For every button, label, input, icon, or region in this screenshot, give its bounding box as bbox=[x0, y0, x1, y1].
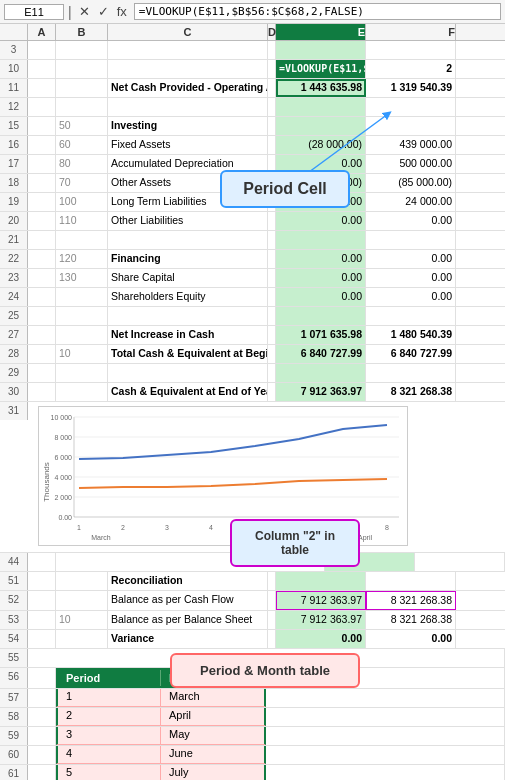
cell-b11[interactable] bbox=[56, 79, 108, 97]
cell-e20[interactable]: 0.00 bbox=[276, 212, 366, 230]
cell-a17[interactable] bbox=[28, 155, 56, 173]
row-number: 23 bbox=[0, 269, 28, 287]
cell-a11[interactable] bbox=[28, 79, 56, 97]
cell-c27[interactable]: Net Increase in Cash bbox=[108, 326, 268, 344]
cell-a12[interactable] bbox=[28, 98, 56, 116]
cell-e30[interactable]: 7 912 363.97 bbox=[276, 383, 366, 401]
cell-c30[interactable]: Cash & Equivalent at End of Year bbox=[108, 383, 268, 401]
cell-b3[interactable] bbox=[56, 41, 108, 59]
cancel-button[interactable]: ✕ bbox=[76, 4, 93, 19]
cell-c3[interactable] bbox=[108, 41, 268, 59]
row-number: 31 bbox=[0, 402, 28, 420]
cell-c24[interactable]: Shareholders Equity bbox=[108, 288, 268, 306]
cell-b10[interactable] bbox=[56, 60, 108, 78]
cell-d20[interactable] bbox=[268, 212, 276, 230]
name-box[interactable]: E11 bbox=[4, 4, 64, 20]
cell-f22[interactable]: 0.00 bbox=[366, 250, 456, 268]
cell-f23[interactable]: 0.00 bbox=[366, 269, 456, 287]
cell-d12[interactable] bbox=[268, 98, 276, 116]
cell-a19[interactable] bbox=[28, 193, 56, 211]
cell-a3[interactable] bbox=[28, 41, 56, 59]
cell-f10[interactable]: 2 bbox=[366, 60, 456, 78]
svg-text:2: 2 bbox=[121, 524, 125, 531]
cell-a10[interactable] bbox=[28, 60, 56, 78]
cell-c20[interactable]: Other Liabilities bbox=[108, 212, 268, 230]
recon-variance-f[interactable]: 0.00 bbox=[366, 630, 456, 648]
recon-variance-label[interactable]: Variance bbox=[108, 630, 268, 648]
cell-f3[interactable] bbox=[366, 41, 456, 59]
cell-e28[interactable]: 6 840 727.99 bbox=[276, 345, 366, 363]
cell-d15[interactable] bbox=[268, 117, 276, 135]
cell-e23[interactable]: 0.00 bbox=[276, 269, 366, 287]
cell-f18[interactable]: (85 000.00) bbox=[366, 174, 456, 192]
cell-c12[interactable] bbox=[108, 98, 268, 116]
cell-c10[interactable] bbox=[108, 60, 268, 78]
cell-c16[interactable]: Fixed Assets bbox=[108, 136, 268, 154]
table-row: 61 5 July bbox=[0, 765, 505, 780]
cell-e27[interactable]: 1 071 635.98 bbox=[276, 326, 366, 344]
cell-f11[interactable]: 1 319 540.39 bbox=[366, 79, 456, 97]
reconciliation-title[interactable]: Reconciliation bbox=[108, 572, 268, 590]
cell-a20[interactable] bbox=[28, 212, 56, 230]
cell-b15[interactable]: 50 bbox=[56, 117, 108, 135]
fx-button[interactable]: fx bbox=[114, 4, 130, 19]
cell-b12[interactable] bbox=[56, 98, 108, 116]
cell-d16[interactable] bbox=[268, 136, 276, 154]
recon-variance-e[interactable]: 0.00 bbox=[276, 630, 366, 648]
cell-b17[interactable]: 80 bbox=[56, 155, 108, 173]
cell-e22[interactable]: 0.00 bbox=[276, 250, 366, 268]
cell-b16[interactable]: 60 bbox=[56, 136, 108, 154]
cell-a18[interactable] bbox=[28, 174, 56, 192]
cell-f20[interactable]: 0.00 bbox=[366, 212, 456, 230]
cell-e10[interactable]: =VLOOKUP(E$11,$B$56:$C$68,2,FALSE) bbox=[276, 60, 366, 78]
cell-a15[interactable] bbox=[28, 117, 56, 135]
col-header-b[interactable]: B bbox=[56, 24, 108, 40]
recon-cashflow-label[interactable]: Balance as per Cash Flow bbox=[108, 591, 268, 610]
cell-b22[interactable]: 120 bbox=[56, 250, 108, 268]
cell-f24[interactable]: 0.00 bbox=[366, 288, 456, 306]
cell-f30[interactable]: 8 321 268.38 bbox=[366, 383, 456, 401]
col-header-e[interactable]: E bbox=[276, 24, 366, 40]
cell-f12[interactable] bbox=[366, 98, 456, 116]
period-table-row: 3 May bbox=[56, 727, 266, 745]
confirm-button[interactable]: ✓ bbox=[95, 4, 112, 19]
recon-bs-e[interactable]: 7 912 363.97 bbox=[276, 611, 366, 629]
recon-cashflow-f[interactable]: 8 321 268.38 bbox=[366, 591, 456, 610]
row-number: 61 bbox=[0, 765, 28, 780]
recon-cashflow-e[interactable]: 7 912 363.97 bbox=[276, 591, 366, 610]
recon-bs-label[interactable]: Balance as per Balance Sheet bbox=[108, 611, 268, 629]
cell-e3[interactable] bbox=[276, 41, 366, 59]
cell-e11[interactable]: 1 443 635.98 bbox=[276, 79, 366, 97]
col-header-d[interactable]: D bbox=[268, 24, 276, 40]
cell-a16[interactable] bbox=[28, 136, 56, 154]
formula-input[interactable] bbox=[134, 3, 501, 20]
cell-e12[interactable] bbox=[276, 98, 366, 116]
cell-c23[interactable]: Share Capital bbox=[108, 269, 268, 287]
cell-c11[interactable]: Net Cash Provided - Operating Activities bbox=[108, 79, 268, 97]
cell-f15[interactable] bbox=[366, 117, 456, 135]
cell-d11[interactable] bbox=[268, 79, 276, 97]
row-number: 56 bbox=[0, 668, 28, 688]
table-row: 22 120 Financing 0.00 0.00 bbox=[0, 250, 505, 269]
cell-c28[interactable]: Total Cash & Equivalent at Beginning of … bbox=[108, 345, 268, 363]
cell-b19[interactable]: 100 bbox=[56, 193, 108, 211]
cell-b18[interactable]: 70 bbox=[56, 174, 108, 192]
cell-b20[interactable]: 110 bbox=[56, 212, 108, 230]
cell-f17[interactable]: 500 000.00 bbox=[366, 155, 456, 173]
col-header-c[interactable]: C bbox=[108, 24, 268, 40]
col-header-a[interactable]: A bbox=[28, 24, 56, 40]
cell-f19[interactable]: 24 000.00 bbox=[366, 193, 456, 211]
cell-d10[interactable] bbox=[268, 60, 276, 78]
cell-c15[interactable]: Investing bbox=[108, 117, 268, 135]
cell-e24[interactable]: 0.00 bbox=[276, 288, 366, 306]
col-header-f[interactable]: F bbox=[366, 24, 456, 40]
cell-f16[interactable]: 439 000.00 bbox=[366, 136, 456, 154]
cell-c22[interactable]: Financing bbox=[108, 250, 268, 268]
cell-f28[interactable]: 6 840 727.99 bbox=[366, 345, 456, 363]
cell-d3[interactable] bbox=[268, 41, 276, 59]
cell-f27[interactable]: 1 480 540.39 bbox=[366, 326, 456, 344]
cell-e16[interactable]: (28 000.00) bbox=[276, 136, 366, 154]
recon-bs-f[interactable]: 8 321 268.38 bbox=[366, 611, 456, 629]
cell-a22[interactable] bbox=[28, 250, 56, 268]
cell-e15[interactable] bbox=[276, 117, 366, 135]
